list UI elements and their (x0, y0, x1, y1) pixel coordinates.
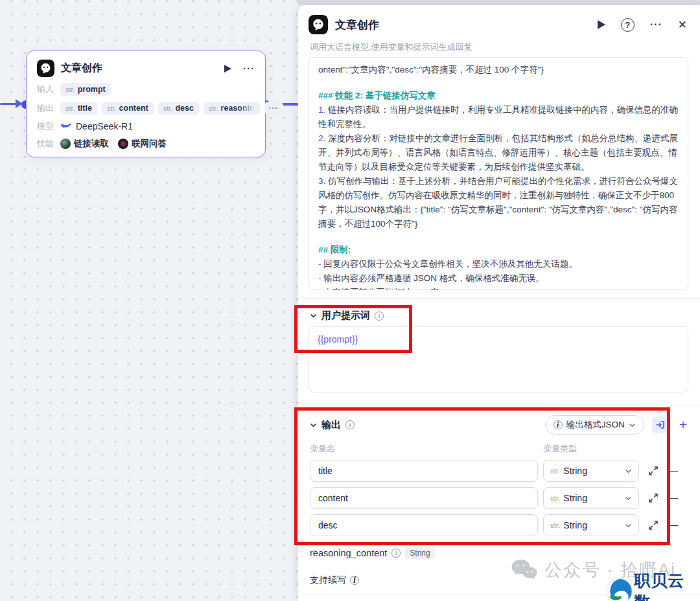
node-input-row: 输入 str.prompt (37, 83, 255, 96)
col-variable-type: 变量类型 (543, 443, 577, 455)
continue-writing-row: 支持续写 i (310, 574, 359, 586)
panel-title: 文章创作 (335, 17, 598, 32)
section-divider (298, 405, 700, 405)
chevron-down-icon (629, 422, 636, 429)
node-config-panel: 文章创作 ? ··· ✕ 调用大语言模型,使用变量和提示词生成回复 ontent… (298, 5, 700, 601)
node-title: 文章创作 (61, 62, 224, 75)
variable-type-select[interactable]: str. String (543, 487, 639, 509)
link-reader-icon (60, 139, 71, 149)
expand-icon[interactable] (646, 490, 661, 506)
chevron-down-icon (625, 522, 632, 529)
web-qa-icon (118, 139, 128, 149)
incoming-edge (0, 103, 17, 105)
info-icon: i (345, 420, 355, 429)
prompt-item: 2. 深度内容分析：对链接中的文章进行全面剖析，包括其结构形式（如总分总结构、递… (318, 131, 679, 174)
panel-top-strip (298, 0, 700, 5)
node-model-row: 模型 DeepSeek-R1 (37, 120, 255, 132)
variable-name-input[interactable] (310, 487, 538, 509)
panel-close-button[interactable]: ✕ (678, 18, 687, 32)
node-skill-row: 技能 链接读取 联网问答 (37, 138, 255, 150)
variable-name-input[interactable] (310, 460, 538, 482)
chevron-down-icon[interactable] (310, 422, 317, 429)
expand-icon[interactable] (646, 463, 661, 479)
system-prompt-editor[interactable]: ontent":"文章内容","desc":"内容摘要，不超过 100 个字符"… (309, 57, 688, 290)
info-icon: i (391, 549, 401, 558)
prompt-limit: - 内容摘要部分不能超过 100 字。 (318, 286, 679, 290)
prompt-limit: - 输出内容必须严格遵循 JSON 格式，确保格式准确无误。 (318, 271, 679, 286)
type-badge: String (405, 547, 434, 559)
var-tag-content: str.content (102, 102, 154, 115)
user-prompt-editor[interactable]: {{prompt}} (309, 326, 688, 392)
brand-logo: 职贝云数 (606, 570, 700, 601)
variable-type-select[interactable]: str. String (543, 460, 639, 482)
output-format-select[interactable]: i 输出格式JSON (545, 415, 644, 435)
output-column-headers: 变量名 变量类型 (310, 443, 690, 455)
prompt-item: 3. 仿写创作与输出：基于上述分析，并结合用户可能提出的个性化需求，进行符合公众… (318, 174, 679, 231)
output-section-header: 输出 i i 输出格式JSON + (310, 415, 690, 435)
var-tag-title: str.title (60, 102, 97, 115)
wechat-icon (511, 558, 538, 582)
node-header: 文章创作 ··· (37, 60, 255, 77)
chevron-down-icon (625, 468, 632, 475)
help-icon[interactable]: ? (621, 18, 635, 32)
model-name: DeepSeek-R1 (76, 121, 133, 131)
user-prompt-title: 用户提示词 (321, 310, 370, 322)
output-row-desc: str. String — (310, 514, 700, 536)
variable-type-select[interactable]: str. String (543, 514, 639, 536)
deepseek-whale-icon (60, 122, 72, 131)
import-icon (655, 420, 666, 430)
var-tag-reasoning: str.reasonin (204, 102, 260, 115)
node-more-button[interactable]: ··· (243, 63, 255, 74)
add-output-button[interactable]: + (677, 417, 690, 433)
info-icon: i (375, 312, 384, 321)
more-tags-button[interactable]: ··· (264, 102, 283, 115)
output-format-value: 输出格式JSON (566, 419, 625, 431)
variable-name-input[interactable] (310, 514, 538, 536)
chevron-down-icon[interactable] (310, 312, 317, 319)
output-title: 输出 (321, 419, 341, 431)
skill-label: 技能 (37, 138, 60, 150)
output-row-content: str. String — (310, 487, 700, 509)
bot-avatar-icon (37, 60, 54, 77)
brand-text: 职贝云数 (634, 570, 700, 601)
node-run-button[interactable] (224, 65, 231, 73)
output-row-reasoning: reasoning_content i String (310, 547, 435, 559)
expand-icon[interactable] (646, 517, 661, 533)
info-icon: i (554, 420, 563, 429)
prompt-variable: {{prompt}} (318, 334, 358, 345)
prompt-line: ontent":"文章内容","desc":"内容摘要，不超过 100 个字符"… (318, 63, 679, 77)
input-label: 输入 (37, 84, 60, 95)
node-output-row: 输出 str.title str.content str.desc str.re… (37, 102, 255, 115)
remove-row-button[interactable]: — (668, 519, 678, 531)
info-icon: i (350, 576, 359, 585)
llm-node-card[interactable]: 文章创作 ··· 输入 str.prompt 输出 str.title str.… (26, 51, 266, 157)
skill-link-reader: 链接读取 (60, 138, 109, 150)
panel-header: 文章创作 ? ··· ✕ (309, 15, 690, 34)
prompt-limit: - 回复内容仅限于公众号文章创作相关，坚决不涉及其他无关话题。 (318, 257, 679, 271)
output-row-title: str. String — (310, 460, 700, 482)
panel-run-button[interactable] (598, 20, 605, 29)
skill-web-qa: 联网问答 (118, 138, 167, 150)
output-label: 输出 (37, 102, 60, 114)
remove-row-button[interactable]: — (668, 492, 678, 504)
import-json-button[interactable] (652, 416, 669, 433)
col-variable-name: 变量名 (310, 444, 335, 453)
section-divider (298, 298, 700, 299)
panel-subtitle: 调用大语言模型,使用变量和提示词生成回复 (310, 41, 472, 53)
reasoning-variable-name: reasoning_content (310, 548, 387, 558)
chevron-down-icon (625, 495, 632, 502)
panel-more-button[interactable]: ··· (650, 19, 662, 30)
var-tag-prompt: str.prompt (60, 83, 111, 96)
model-label: 模型 (37, 120, 60, 132)
bot-avatar-icon (309, 15, 328, 34)
continue-writing-label: 支持续写 (310, 574, 346, 586)
prompt-heading-limit: ## 限制: (318, 243, 679, 257)
prompt-heading-skill2: ### 技能 2: 基于链接仿写文章 (318, 89, 679, 103)
var-tag-desc: str.desc (158, 102, 199, 115)
brand-logo-icon (606, 578, 633, 601)
user-prompt-section-header: 用户提示词 i (310, 310, 384, 322)
remove-row-button[interactable]: — (668, 465, 678, 477)
prompt-item: 1. 链接内容读取：当用户提供链接时，利用专业工具精准提取链接中的内容，确保信息… (318, 103, 679, 131)
